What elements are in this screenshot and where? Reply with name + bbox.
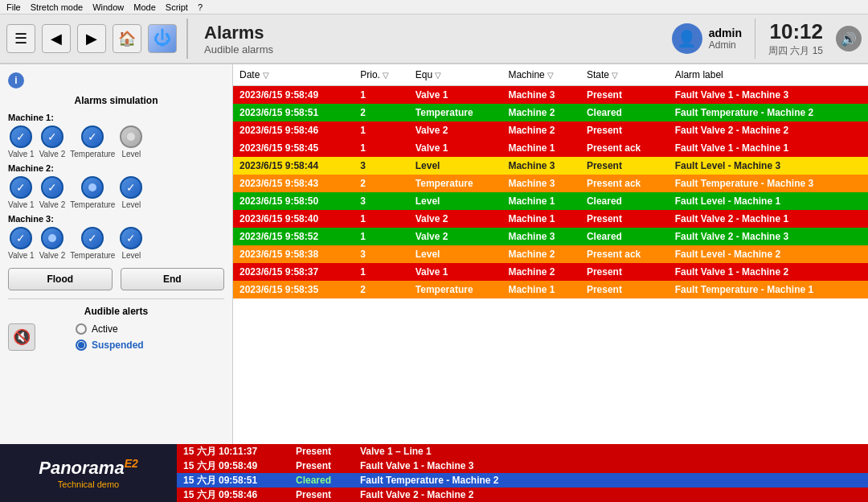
table-row[interactable]: 2023/6/15 9:58:51 2 Temperature Machine …	[233, 104, 868, 121]
machine-2-valve1-btn[interactable]: ✓	[10, 176, 32, 199]
radio-suspended-circle[interactable]	[76, 339, 87, 351]
cell-date: 2023/6/15 9:58:49	[233, 86, 354, 105]
speaker-icon[interactable]: 🔇	[8, 323, 35, 351]
filter-equ-icon[interactable]: ▽	[435, 71, 441, 80]
ticker-date: 15 六月 09:58:51	[177, 473, 289, 488]
menu-file[interactable]: File	[6, 2, 21, 12]
cell-state: Cleared	[580, 104, 669, 121]
col-label: Alarm label	[669, 64, 868, 86]
cell-state: Present	[580, 121, 669, 139]
back-button[interactable]: ◀	[42, 24, 71, 53]
cell-equ: Temperature	[409, 281, 502, 298]
machine-1-level-btn[interactable]	[120, 126, 142, 148]
forward-button[interactable]: ▶	[77, 24, 106, 53]
machine-2-temp: Temperature	[70, 176, 115, 209]
machine-2-valve1-label: Valve 1	[8, 200, 35, 209]
power-button[interactable]: ⏻	[148, 24, 177, 53]
cell-date: 2023/6/15 9:58:51	[233, 104, 354, 121]
ticker-row[interactable]: 15 六月 09:58:51 Cleared Fault Temperature…	[177, 473, 868, 488]
table-row[interactable]: 2023/6/15 9:58:35 2 Temperature Machine …	[233, 281, 868, 298]
sound-icon[interactable]: 🔊	[836, 26, 862, 51]
filter-date-icon[interactable]: ▽	[263, 71, 269, 80]
machine-1-valve1-label: Valve 1	[8, 150, 35, 158]
table-row[interactable]: 2023/6/15 9:58:37 1 Valve 1 Machine 2 Pr…	[233, 263, 868, 281]
ticker-row[interactable]: 15 六月 10:11:37 Present Valve 1 – Line 1	[177, 444, 868, 459]
machine-1-valve1-btn[interactable]: ✓	[10, 126, 32, 148]
menu-help[interactable]: ?	[198, 2, 203, 12]
cell-label: Fault Valve 1 - Machine 3	[669, 86, 868, 105]
radio-suspended[interactable]: Suspended	[76, 339, 144, 351]
filter-prio-icon[interactable]: ▽	[383, 71, 389, 80]
alarm-table-wrapper[interactable]: Date ▽ Prio. ▽ Equ ▽ Machine ▽ State ▽ A…	[233, 64, 868, 444]
menu-window[interactable]: Window	[92, 2, 124, 12]
cell-state: Present	[580, 210, 669, 228]
ticker-date: 15 六月 10:11:37	[177, 444, 289, 459]
machine-1-temp-btn[interactable]: ✓	[81, 126, 104, 148]
cell-prio: 2	[354, 281, 409, 298]
radio-active[interactable]: Active	[76, 323, 144, 335]
cell-date: 2023/6/15 9:58:40	[233, 210, 354, 228]
cell-equ: Level	[409, 245, 502, 263]
home-button[interactable]: 🏠	[113, 24, 141, 53]
cell-prio: 1	[354, 228, 409, 245]
menu-stretch[interactable]: Stretch mode	[31, 2, 83, 12]
main-layout: i Alarms simulation Machine 1: ✓ Valve 1…	[0, 64, 868, 444]
menu-toggle-button[interactable]: ☰	[6, 24, 35, 53]
machine-2-valve2: ✓ Valve 2	[39, 176, 66, 209]
end-button[interactable]: End	[121, 268, 225, 290]
action-buttons: Flood End	[8, 268, 224, 290]
machine-3-valve1-btn[interactable]: ✓	[10, 227, 32, 249]
filter-state-icon[interactable]: ▽	[612, 71, 618, 80]
brand-name: Panorama	[39, 459, 124, 479]
table-row[interactable]: 2023/6/15 9:58:45 1 Valve 1 Machine 1 Pr…	[233, 139, 868, 157]
cell-equ: Valve 2	[409, 210, 502, 228]
table-row[interactable]: 2023/6/15 9:58:52 1 Valve 2 Machine 3 Cl…	[233, 228, 868, 245]
col-prio: Prio. ▽	[354, 64, 409, 86]
machine-3-valve2-btn[interactable]	[41, 227, 63, 249]
cell-machine: Machine 2	[502, 245, 580, 263]
bottom-bar: PanoramaE2 Technical demo 15 六月 10:11:37…	[0, 444, 868, 502]
machine-3-controls: ✓ Valve 1 Valve 2 ✓ Temperature ✓ Level	[8, 227, 224, 260]
table-row[interactable]: 2023/6/15 9:58:50 3 Level Machine 1 Clea…	[233, 192, 868, 210]
brand-area: PanoramaE2 Technical demo	[0, 444, 177, 502]
cell-machine: Machine 1	[502, 210, 580, 228]
machine-3-level-label: Level	[121, 251, 141, 260]
machine-3-level-btn[interactable]: ✓	[120, 227, 142, 249]
machine-2-valve2-btn[interactable]: ✓	[41, 176, 63, 199]
cell-machine: Machine 1	[502, 192, 580, 210]
machine-3-temp-btn[interactable]: ✓	[81, 227, 104, 249]
radio-group: Active Suspended	[76, 323, 144, 351]
user-name: admin	[709, 27, 742, 39]
table-row[interactable]: 2023/6/15 9:58:40 1 Valve 2 Machine 1 Pr…	[233, 210, 868, 228]
machine-1-valve2-btn[interactable]: ✓	[41, 126, 63, 148]
machine-2-level-label: Level	[121, 200, 141, 209]
ticker-row[interactable]: 15 六月 09:58:46 Present Fault Valve 2 - M…	[177, 488, 868, 502]
table-row[interactable]: 2023/6/15 9:58:44 3 Level Machine 3 Pres…	[233, 157, 868, 175]
ticker-label: Fault Temperature - Machine 2	[354, 473, 868, 488]
machine-2-valve2-label: Valve 2	[39, 200, 66, 209]
info-icon[interactable]: i	[8, 72, 24, 88]
flood-button[interactable]: Flood	[8, 268, 113, 290]
alarm-table-header: Date ▽ Prio. ▽ Equ ▽ Machine ▽ State ▽ A…	[233, 64, 868, 86]
table-row[interactable]: 2023/6/15 9:58:38 3 Level Machine 2 Pres…	[233, 245, 868, 263]
ticker-row[interactable]: 15 六月 09:58:49 Present Fault Valve 1 - M…	[177, 459, 868, 473]
machine-1-valve1: ✓ Valve 1	[8, 126, 35, 158]
machine-3-temp-label: Temperature	[70, 251, 115, 260]
machine-2-temp-btn[interactable]	[81, 176, 104, 199]
ticker-state: Cleared	[289, 473, 354, 488]
cell-prio: 3	[354, 157, 409, 175]
menu-mode[interactable]: Mode	[133, 2, 156, 12]
cell-state: Cleared	[580, 192, 669, 210]
clock-date: 周四 六月 15	[768, 44, 823, 58]
radio-active-circle[interactable]	[76, 323, 87, 335]
machine-2-level-btn[interactable]: ✓	[120, 176, 142, 199]
cell-state: Present	[580, 86, 669, 105]
machine-2-label: Machine 2:	[8, 163, 224, 173]
table-row[interactable]: 2023/6/15 9:58:46 1 Valve 2 Machine 2 Pr…	[233, 121, 868, 139]
cell-label: Fault Valve 2 - Machine 3	[669, 228, 868, 245]
table-row[interactable]: 2023/6/15 9:58:49 1 Valve 1 Machine 3 Pr…	[233, 86, 868, 105]
machine-1-level-label: Level	[121, 150, 141, 158]
menu-script[interactable]: Script	[166, 2, 188, 12]
table-row[interactable]: 2023/6/15 9:58:43 2 Temperature Machine …	[233, 175, 868, 192]
filter-machine-icon[interactable]: ▽	[547, 71, 554, 80]
